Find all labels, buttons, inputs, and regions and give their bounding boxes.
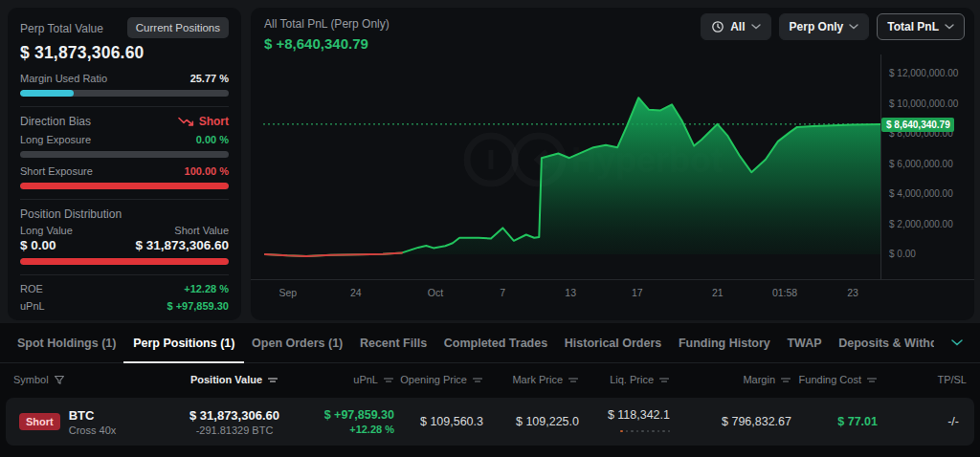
y-axis: $ 12,000,000.00$ 10,000,000.00$ 8,000,00… bbox=[880, 54, 973, 279]
clock-icon bbox=[711, 20, 724, 33]
liq-price-dots bbox=[620, 430, 670, 433]
direction-bias-value: Short bbox=[199, 115, 229, 128]
x-axis-label: 17 bbox=[632, 287, 643, 298]
side-badge: Short bbox=[19, 413, 60, 430]
panel-title: Perp Total Value bbox=[20, 17, 103, 35]
upnl-pct: +12.28 % bbox=[306, 424, 394, 435]
sort-icon bbox=[568, 376, 579, 384]
long-exposure-bar bbox=[20, 151, 229, 158]
liq-price-value: $ 118,342.1 bbox=[579, 408, 670, 422]
scope-filter-dropdown[interactable]: Perp Only bbox=[779, 13, 870, 40]
margin-used-bar bbox=[20, 90, 229, 97]
x-axis: Sep24Oct713172101:5823 bbox=[251, 279, 974, 310]
margin-used-label: Margin Used Ratio bbox=[20, 73, 107, 84]
scope-filter-label: Perp Only bbox=[790, 20, 844, 33]
time-filter-dropdown[interactable]: All bbox=[701, 13, 770, 40]
column-header-tp-sl[interactable]: TP/SL bbox=[878, 374, 967, 385]
position-value: $ 31,873,306.60 bbox=[163, 408, 306, 423]
column-header-position-value[interactable]: Position Value bbox=[163, 374, 306, 385]
roe-label: ROE bbox=[20, 283, 43, 294]
position-distribution-label: Position Distribution bbox=[20, 207, 229, 221]
column-header-label: Symbol bbox=[13, 374, 49, 385]
column-header-label: Opening Price bbox=[400, 374, 467, 385]
column-header-mark-price[interactable]: Mark Price bbox=[483, 374, 579, 385]
current-positions-button[interactable]: Current Positions bbox=[127, 17, 229, 38]
x-axis-label: 13 bbox=[565, 287, 576, 298]
sort-icon bbox=[472, 376, 483, 384]
x-axis-label: 24 bbox=[350, 287, 362, 298]
table-row[interactable]: Short BTC Cross 40x $ 31,873,306.60 -291… bbox=[6, 398, 974, 446]
tab-funding-history[interactable]: Funding History bbox=[679, 323, 770, 363]
time-filter-label: All bbox=[730, 20, 745, 33]
sort-icon bbox=[780, 376, 791, 384]
metric-filter-dropdown[interactable]: Total PnL bbox=[877, 13, 965, 40]
margin-used-value: 25.77 % bbox=[190, 73, 229, 84]
positions-module: Spot Holdings (1)Perp Positions (1)Open … bbox=[0, 323, 980, 457]
short-exposure-value: 100.00 % bbox=[185, 165, 229, 177]
x-axis-label: 21 bbox=[712, 287, 724, 298]
current-value-badge: $ 8,640,340.79 bbox=[881, 118, 954, 132]
symbol-leverage: Cross 40x bbox=[69, 424, 117, 436]
x-axis-label: 01:58 bbox=[772, 287, 797, 298]
tab-twap[interactable]: TWAP bbox=[787, 323, 821, 363]
position-value-cell: $ 31,873,306.60 -291.81329 BTC bbox=[163, 408, 306, 436]
column-header-upnl[interactable]: uPnL bbox=[306, 374, 394, 385]
upnl-label: uPnL bbox=[20, 300, 45, 312]
pnl-chart[interactable]: Hyperbot bbox=[263, 54, 880, 279]
column-header-label: uPnL bbox=[353, 374, 378, 385]
tab-recent-fills[interactable]: Recent Fills bbox=[360, 323, 427, 363]
chevron-down-icon bbox=[849, 24, 858, 30]
short-value: $ 31,873,306.60 bbox=[135, 238, 229, 252]
column-header-margin[interactable]: Margin bbox=[670, 374, 791, 385]
long-value: $ 0.00 bbox=[20, 238, 56, 252]
short-value-label: Short Value bbox=[174, 225, 229, 236]
tab-historical-orders[interactable]: Historical Orders bbox=[565, 323, 661, 363]
column-header-liq-price[interactable]: Liq. Price bbox=[579, 374, 670, 385]
upnl-cell: $ +97,859.30 +12.28 % bbox=[306, 408, 394, 435]
total-pnl-panel: All Total PnL (Perp Only) $ +8,640,340.7… bbox=[251, 8, 974, 320]
column-header-label: Position Value bbox=[190, 374, 262, 385]
column-header-symbol[interactable]: Symbol bbox=[13, 374, 163, 385]
liq-price-cell[interactable]: $ 118,342.1 bbox=[579, 408, 670, 435]
column-header-label: Mark Price bbox=[512, 374, 563, 385]
y-axis-label: $ 2,000,000.00 bbox=[889, 219, 953, 229]
perp-total-value-panel: Perp Total Value Current Positions $ 31,… bbox=[8, 8, 241, 320]
sort-icon bbox=[383, 376, 394, 384]
tab-perp-positions-1[interactable]: Perp Positions (1) bbox=[133, 323, 234, 363]
tpsl-cell: -/- bbox=[878, 415, 967, 428]
y-axis-label: $ 12,000,000.00 bbox=[889, 68, 958, 78]
filter-icon bbox=[54, 375, 65, 385]
pnl-area bbox=[265, 98, 880, 256]
x-axis-label: Oct bbox=[428, 287, 443, 298]
column-header-label: Liq. Price bbox=[610, 374, 654, 385]
column-header-label: TP/SL bbox=[937, 374, 967, 385]
pnl-panel-title: All Total PnL (Perp Only) bbox=[264, 17, 390, 31]
sort-icon bbox=[866, 376, 878, 384]
long-value-label: Long Value bbox=[20, 225, 73, 236]
direction-bias-label: Direction Bias bbox=[20, 115, 91, 128]
chevron-down-icon bbox=[945, 24, 954, 30]
long-exposure-value: 0.00 % bbox=[196, 134, 229, 145]
x-axis-label: 23 bbox=[847, 287, 858, 298]
chevron-down-icon bbox=[751, 24, 761, 30]
mark-price-cell: $ 109,225.0 bbox=[483, 415, 579, 428]
pnl-panel-value: $ +8,640,340.79 bbox=[264, 35, 368, 52]
x-axis-label: Sep bbox=[278, 287, 297, 298]
y-axis-label: $ 10,000,000.00 bbox=[889, 98, 958, 109]
sort-icon bbox=[658, 376, 670, 384]
column-header-label: Funding Cost bbox=[799, 374, 861, 385]
column-header-opening-price[interactable]: Opening Price bbox=[394, 374, 483, 385]
tab-spot-holdings-1[interactable]: Spot Holdings (1) bbox=[17, 323, 116, 363]
tab-open-orders-1[interactable]: Open Orders (1) bbox=[252, 323, 343, 363]
tabs-overflow-chevron-icon[interactable] bbox=[951, 339, 963, 346]
column-header-funding-cost[interactable]: Funding Cost bbox=[791, 374, 878, 385]
sort-icon bbox=[267, 376, 278, 384]
y-axis-label: $ 0.00 bbox=[889, 249, 916, 259]
tab-completed-trades[interactable]: Completed Trades bbox=[444, 323, 547, 363]
upnl-value: $ +97,859.30 bbox=[167, 300, 229, 312]
tab-bar: Spot Holdings (1)Perp Positions (1)Open … bbox=[0, 323, 980, 363]
roe-value: +12.28 % bbox=[184, 283, 229, 294]
tab-deposits-withdraw[interactable]: Deposits & Withdraw bbox=[838, 323, 934, 363]
symbol-cell: Short BTC Cross 40x bbox=[13, 408, 163, 436]
symbol-name: BTC bbox=[69, 408, 117, 423]
